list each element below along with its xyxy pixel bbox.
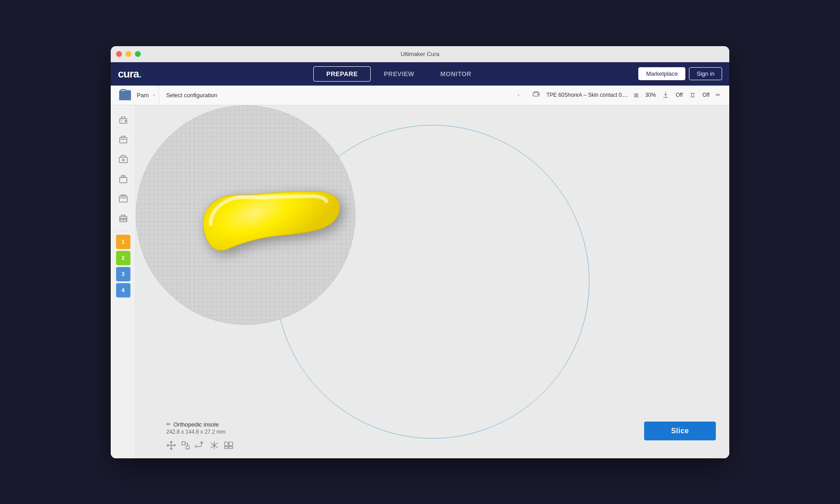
tab-monitor[interactable]: MONITOR [427, 66, 484, 82]
sidebar-tool-4[interactable] [114, 170, 132, 188]
nav-tabs: PREPARE PREVIEW MONITOR [159, 66, 638, 82]
printer-icon [532, 90, 540, 100]
build-plate [136, 105, 355, 325]
object-name: Orthopedic insole [173, 421, 219, 428]
sidebar-tool-6[interactable] [114, 209, 132, 227]
per-model-tool[interactable] [224, 440, 234, 452]
material-label: TPE 60ShoreA – Skin contact 0.... [545, 92, 629, 98]
project-name: Pam [135, 92, 151, 99]
left-sidebar: 1 2 3 4 [111, 105, 136, 458]
svg-point-6 [122, 159, 124, 161]
move-tool[interactable] [166, 440, 176, 452]
sidebar-separator [116, 231, 130, 231]
svg-point-3 [125, 121, 126, 121]
main-content: 1 2 3 4 [111, 105, 729, 458]
sidebar-tool-5[interactable] [114, 190, 132, 207]
window-title: Ultimaker Cura [401, 51, 440, 57]
svg-rect-5 [119, 157, 127, 163]
app-window: Ultimaker Cura cura. PREPARE PREVIEW MON… [111, 46, 729, 458]
sidebar-layer-2[interactable]: 2 [116, 251, 130, 265]
project-chevron[interactable]: ‹ [153, 92, 155, 98]
svg-rect-4 [120, 138, 127, 143]
svg-rect-110 [225, 442, 228, 445]
marketplace-button[interactable]: Marketplace [638, 67, 685, 80]
sidebar-layer-3[interactable]: 3 [116, 267, 130, 281]
toolbar: Pam ‹ Select configuration ‹ TPE 60Shore… [111, 86, 729, 105]
sidebar-tool-1[interactable] [114, 111, 132, 129]
mirror-tool[interactable] [209, 440, 219, 452]
infill-value: 30% [643, 92, 658, 98]
close-button[interactable] [116, 51, 122, 57]
slice-button-container: Slice [644, 422, 716, 440]
titlebar: Ultimaker Cura [111, 46, 729, 62]
window-controls [116, 51, 141, 57]
svg-rect-109 [186, 445, 189, 448]
object-dimensions: 242.8 x 144.8 x 27.2 mm [166, 429, 225, 435]
sidebar-tool-3[interactable] [114, 150, 132, 168]
sidebar-tool-2[interactable] [114, 130, 132, 148]
support-value: Off [674, 92, 684, 98]
app-logo: cura. [118, 68, 141, 80]
minimize-button[interactable] [126, 51, 131, 57]
3d-viewport[interactable]: ✏ Orthopedic insole 242.8 x 144.8 x 27.2… [136, 105, 729, 458]
sidebar-layer-1[interactable]: 1 [116, 235, 130, 249]
edit-pencil-icon[interactable]: ✏ [166, 421, 171, 427]
adhesion-icon [689, 91, 696, 99]
svg-rect-113 [229, 446, 233, 448]
top-navigation: cura. PREPARE PREVIEW MONITOR Marketplac… [111, 62, 729, 86]
tab-prepare[interactable]: PREPARE [313, 66, 371, 82]
settings-section: TPE 60ShoreA – Skin contact 0.... ⊠ 30% … [527, 90, 726, 100]
sidebar-layer-4[interactable]: 4 [116, 283, 130, 297]
svg-rect-7 [120, 177, 127, 183]
svg-rect-112 [225, 446, 228, 448]
signin-button[interactable]: Sign in [689, 67, 722, 80]
transform-tools [166, 440, 234, 452]
svg-rect-111 [229, 442, 233, 445]
support-icon [662, 91, 669, 99]
logo-dot: . [139, 68, 142, 80]
maximize-button[interactable] [135, 51, 141, 57]
tab-preview[interactable]: PREVIEW [371, 66, 427, 82]
object-info: ✏ Orthopedic insole 242.8 x 144.8 x 27.2… [166, 421, 225, 435]
edit-icon[interactable]: ✏ [716, 92, 720, 98]
cross-hatch-icon: ⊠ [634, 92, 639, 99]
config-section: Select configuration ‹ [159, 92, 527, 99]
adhesion-value: Off [701, 92, 711, 98]
nav-actions: Marketplace Sign in [638, 67, 722, 80]
project-section: Pam ‹ [114, 86, 159, 105]
open-folder-button[interactable] [118, 88, 132, 102]
config-label: Select configuration [166, 92, 217, 99]
scale-tool[interactable] [181, 440, 191, 452]
rotate-tool[interactable] [195, 440, 205, 452]
svg-rect-108 [182, 441, 185, 444]
slice-button[interactable]: Slice [644, 422, 716, 440]
config-chevron[interactable]: ‹ [518, 92, 520, 98]
svg-point-1 [538, 94, 539, 95]
svg-rect-8 [119, 196, 127, 202]
